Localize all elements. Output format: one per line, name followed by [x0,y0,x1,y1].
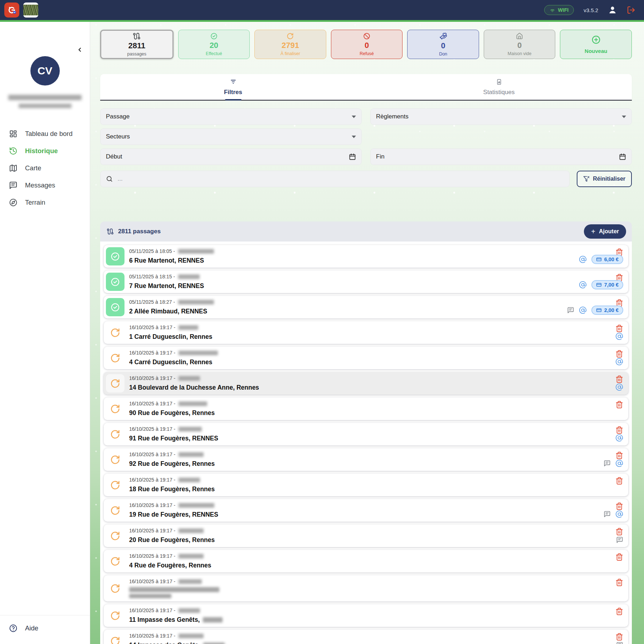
stat-card-refuse[interactable]: 0 Refusé [331,30,403,59]
add-passage-button[interactable]: + Ajouter [584,224,626,239]
email-icon[interactable] [615,358,623,366]
stat-card-nouveau[interactable]: Nouveau [560,30,632,59]
passage-row[interactable]: 16/10/2025 à 19:17 - 4 Rue de Fougères, … [104,550,628,572]
calendar-icon [619,153,626,160]
passage-row[interactable]: 16/10/2025 à 19:17 - 1 Carré Duguesclin,… [104,321,628,344]
status-a-finaliser-icon [106,552,125,570]
logout-icon[interactable] [627,6,635,14]
delete-button[interactable] [615,553,623,561]
email-icon[interactable] [615,434,623,442]
email-icon[interactable] [615,383,623,391]
passage-row[interactable]: 16/10/2025 à 19:17 - 4 Carré Duguesclin,… [104,347,628,369]
stat-card-maison-vide[interactable]: 0 Maison vide [484,30,556,59]
row-address: 4 Rue de Fougères, Rennes [129,562,211,569]
search-input[interactable] [118,175,564,182]
secteurs-select[interactable]: Secteurs [100,128,362,145]
tab-statistiques[interactable]: Statistiques [366,74,632,100]
sidebar-item-aide[interactable]: Aide [9,624,81,633]
tab-label: Filtres [224,89,242,96]
stat-label: Nouveau [585,48,607,54]
payment-amount-badge[interactable]: 7,00 € [591,280,623,289]
user-account-icon[interactable] [608,5,617,15]
passage-row[interactable]: 16/10/2025 à 19:17 - 11 Impasse des Genê… [104,604,628,627]
email-icon[interactable] [615,459,623,467]
sidebar-item-messages[interactable]: Messages [0,177,90,194]
date-debut-picker[interactable]: Début [100,148,362,165]
passage-row[interactable]: 16/10/2025 à 19:17 - 20 Rue de Fougères,… [104,525,628,547]
reglements-select[interactable]: Règlements [370,108,632,125]
row-date: 05/11/2025 à 18:05 - [129,248,175,254]
stats-row: 2811 passages 20 Effectué 2791 À finalis… [100,30,632,59]
email-icon[interactable] [615,510,623,518]
delete-button[interactable] [615,375,623,383]
delete-button[interactable] [615,502,623,510]
delete-button[interactable] [615,477,623,485]
row-address: 6 Rue Martenot, RENNES [129,257,214,264]
sidebar-item-terrain[interactable]: Terrain [0,194,90,211]
stat-label: Effectué [206,51,222,56]
tabs-bar: Filtres Statistiques [100,74,632,101]
sidebar-item-carte[interactable]: Carte [0,160,90,177]
stat-card-effectue[interactable]: 20 Effectué [178,30,250,59]
delete-button[interactable] [615,325,623,332]
passage-row[interactable]: 16/10/2025 à 19:17 - 14 Impasse des Genê… [104,630,628,644]
comment-icon[interactable] [604,511,611,518]
email-icon[interactable] [579,306,587,314]
redacted-name [179,351,218,355]
sidebar-collapse-button[interactable] [76,46,83,53]
passage-row[interactable]: 16/10/2025 à 19:17 - [104,575,628,601]
stat-card-passages[interactable]: 2811 passages [100,30,174,59]
avatar[interactable]: CV [30,56,60,86]
tab-filtres[interactable]: Filtres [100,74,366,100]
passage-row[interactable]: 16/10/2025 à 19:17 - 91 Rue de Fougères,… [104,423,628,445]
passage-row[interactable]: 16/10/2025 à 19:17 - 18 Rue de Fougères,… [104,474,628,496]
stat-label: À finaliser [280,51,300,56]
secteurs-select-label: Secteurs [106,133,352,140]
payment-amount-badge[interactable]: 6,00 € [591,255,623,264]
delete-button[interactable] [615,350,623,358]
comment-icon[interactable] [616,536,623,543]
sidebar-item-tableau-de-bord[interactable]: Tableau de bord [0,125,90,142]
delete-button[interactable] [615,452,623,459]
passage-row[interactable]: 05/11/2025 à 18:27 - 2 Allée Rimbaud, RE… [104,296,628,318]
passage-row[interactable]: 05/11/2025 à 18:05 - 6 Rue Martenot, REN… [104,245,628,268]
row-address: 19 Rue de Fougères, RENNES [129,511,218,518]
passage-row[interactable]: 16/10/2025 à 19:17 - 19 Rue de Fougères,… [104,499,628,522]
comment-icon[interactable] [567,307,574,314]
comment-icon[interactable] [616,641,623,644]
email-icon[interactable] [579,281,587,289]
payment-amount-badge[interactable]: 2,00 € [591,306,623,315]
passage-row[interactable]: 16/10/2025 à 19:17 - 92 Rue de Fougères,… [104,448,628,471]
delete-button[interactable] [615,426,623,434]
history-icon [9,147,18,155]
row-date: 16/10/2025 à 19:17 - [129,325,175,330]
sidebar-item-historique[interactable]: Historique [0,142,90,160]
filters-panel: Passage Règlements Secteurs Début Fin [100,108,632,165]
reset-filters-button[interactable]: Réinitialiser [577,171,632,187]
tab-label: Statistiques [483,89,515,96]
search-bar[interactable] [100,171,570,187]
delete-button[interactable] [615,579,623,586]
passage-row[interactable]: 16/10/2025 à 19:17 - 14 Boulevard de la … [104,372,628,395]
app-logo[interactable] [4,3,19,18]
comment-icon[interactable] [604,460,611,467]
wifi-status-badge: WIFI [544,5,574,15]
email-icon[interactable] [615,332,623,340]
email-icon[interactable] [579,255,587,263]
passage-row[interactable]: 16/10/2025 à 19:17 - 90 Rue de Fougères,… [104,397,628,420]
date-fin-picker[interactable]: Fin [370,148,632,165]
delete-button[interactable] [615,528,623,536]
redacted-address [129,587,219,592]
credit-card-icon [596,282,602,288]
stat-card-don[interactable]: 0 Don [407,30,479,59]
delete-button[interactable] [615,633,623,641]
passage-select[interactable]: Passage [100,108,362,125]
row-address: 4 Carré Duguesclin, Rennes [129,358,218,366]
passage-row[interactable]: 05/11/2025 à 18:15 - 7 Rue Martenot, REN… [104,270,628,293]
row-address [129,587,219,598]
stat-card-a-finaliser[interactable]: 2791 À finaliser [254,30,326,59]
delete-button[interactable] [615,608,623,615]
add-label: Ajouter [599,228,619,235]
delete-button[interactable] [615,401,623,409]
campaign-photo-thumbnail[interactable] [23,3,38,18]
